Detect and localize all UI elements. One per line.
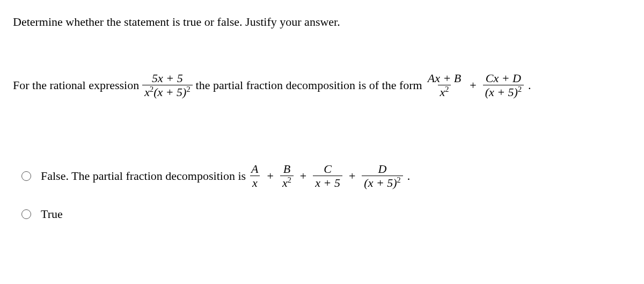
form2-num-text: Cx + D	[486, 71, 521, 85]
term-B-den-sup: 2	[288, 176, 291, 184]
term-A-den: x	[250, 176, 260, 189]
answer-options: False. The partial fraction decompositio…	[13, 163, 631, 221]
statement-mid: the partial fraction decomposition is of…	[196, 78, 422, 92]
term-A: A x	[249, 163, 260, 189]
term-B-num: B	[281, 163, 292, 176]
form-term-2: Cx + D (x + 5)2	[483, 72, 524, 98]
form1-den: x2	[438, 85, 451, 98]
statement-line: For the rational expression 5x + 5 x2(x …	[13, 72, 631, 98]
option-false-period: .	[406, 169, 411, 183]
expr-numerator: 5x + 5	[150, 72, 185, 85]
term-D: D (x + 5)2	[362, 163, 402, 189]
opt-plus-1: +	[264, 169, 277, 183]
statement-period: .	[527, 78, 531, 92]
form2-den-base: (x + 5)	[485, 85, 518, 99]
option-true-label: True	[41, 207, 63, 221]
opt-plus-2: +	[297, 169, 310, 183]
term-C-den: x + 5	[313, 176, 342, 189]
expr-den-x: x	[144, 85, 150, 99]
statement-lead: For the rational expression	[13, 78, 139, 92]
question-prompt: Determine whether the statement is true …	[13, 15, 631, 29]
rational-expression: 5x + 5 x2(x + 5)2	[142, 72, 192, 98]
form1-num: Ax + B	[426, 72, 464, 85]
form2-den: (x + 5)2	[483, 85, 524, 98]
opt-plus-3: +	[346, 169, 358, 183]
option-false[interactable]: False. The partial fraction decompositio…	[21, 163, 631, 189]
expr-denominator: x2(x + 5)2	[142, 85, 192, 98]
expr-num-text: 5x + 5	[152, 71, 183, 85]
option-false-lead: False. The partial fraction decompositio…	[41, 169, 246, 183]
term-C: C x + 5	[313, 163, 342, 189]
term-D-den-base: (x + 5)	[364, 176, 397, 190]
term-B: B x2	[280, 163, 294, 189]
expr-den-sup2: 2	[186, 85, 190, 93]
plus-sign-1: +	[466, 78, 479, 92]
form2-num: Cx + D	[484, 72, 523, 85]
term-D-den-sup: 2	[397, 176, 401, 184]
form1-den-sup: 2	[445, 85, 449, 93]
term-C-num: C	[321, 163, 334, 176]
form1-num-text: Ax + B	[428, 71, 462, 85]
question-container: Determine whether the statement is true …	[0, 0, 644, 284]
form1-den-base: x	[440, 85, 445, 99]
term-B-den: x2	[280, 176, 294, 189]
term-A-num: A	[249, 163, 260, 176]
radio-true[interactable]	[21, 209, 31, 219]
option-true[interactable]: True	[21, 207, 631, 221]
term-D-den: (x + 5)2	[362, 176, 402, 189]
option-false-content: False. The partial fraction decompositio…	[41, 163, 410, 189]
option-true-content: True	[41, 207, 63, 221]
term-D-num: D	[376, 163, 389, 176]
form2-den-sup: 2	[518, 85, 522, 93]
expr-den-mid: (x + 5)	[153, 85, 186, 99]
term-B-den-base: x	[282, 176, 288, 190]
radio-false[interactable]	[21, 171, 31, 181]
form-term-1: Ax + B x2	[426, 72, 464, 98]
